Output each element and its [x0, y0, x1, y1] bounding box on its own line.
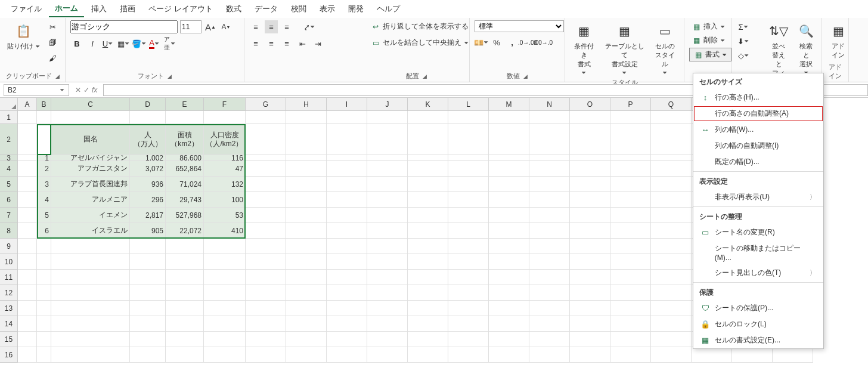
cell-P12[interactable] — [610, 285, 651, 301]
cell-F13[interactable] — [204, 301, 246, 316]
cell-M10[interactable] — [489, 254, 529, 270]
menu-tab-挿入[interactable]: 挿入 — [85, 1, 113, 17]
cell-O6[interactable] — [570, 192, 610, 208]
cell-D2[interactable]: 人 （万人） — [130, 124, 166, 155]
cell-A10[interactable] — [18, 254, 37, 270]
cell-B2[interactable] — [37, 124, 51, 155]
row-header-1[interactable]: 1 — [0, 111, 18, 124]
format-as-table-button[interactable]: ▦テーブルとして 書式設定 — [602, 20, 647, 77]
menu-tab-開発[interactable]: 開発 — [342, 1, 370, 17]
cell-G8[interactable] — [246, 223, 286, 239]
cell-I12[interactable] — [327, 285, 367, 301]
menu-rename-sheet[interactable]: ▭シート名の変更(R) — [693, 224, 823, 240]
cell-O12[interactable] — [570, 285, 610, 301]
fill-color-button[interactable]: 🪣 — [132, 37, 145, 50]
cut-icon[interactable]: ✂ — [46, 20, 60, 33]
cell-B10[interactable] — [37, 254, 51, 270]
cell-J13[interactable] — [367, 301, 408, 316]
cell-E8[interactable]: 22,072 — [166, 223, 204, 239]
cell-M14[interactable] — [489, 316, 529, 332]
cell-K7[interactable] — [408, 208, 448, 223]
select-all-corner[interactable] — [0, 98, 18, 111]
cell-K5[interactable] — [408, 177, 448, 192]
cell-P15[interactable] — [610, 332, 651, 347]
cell-A1[interactable] — [18, 111, 37, 124]
merge-center-button[interactable]: ▭セルを結合して中央揃え — [368, 36, 472, 49]
dialog-launcher-icon[interactable]: ◢ — [168, 73, 172, 79]
cell-H16[interactable] — [286, 347, 327, 363]
menu-default-width[interactable]: .既定の幅(D)... — [693, 154, 823, 170]
font-color-button[interactable]: A — [148, 37, 161, 50]
cell-D7[interactable]: 2,817 — [130, 208, 166, 223]
cell-M15[interactable] — [489, 332, 529, 347]
cell-A7[interactable] — [18, 208, 37, 223]
fill-icon[interactable]: ⬇ — [737, 35, 750, 48]
cell-C12[interactable] — [51, 285, 130, 301]
cell-J10[interactable] — [367, 254, 408, 270]
cell-E10[interactable] — [166, 254, 204, 270]
menu-tab-校閲[interactable]: 校閲 — [285, 1, 312, 17]
cell-F1[interactable] — [204, 111, 246, 124]
cell-L15[interactable] — [448, 332, 489, 347]
cell-O16[interactable] — [570, 347, 610, 363]
cell-O4[interactable] — [570, 161, 610, 177]
col-header-L[interactable]: L — [448, 98, 489, 111]
row-header-9[interactable]: 9 — [0, 239, 18, 254]
cell-E3[interactable]: 86,600 — [166, 155, 204, 161]
insert-cells-button[interactable]: ▦挿入 — [689, 20, 728, 33]
col-header-K[interactable]: K — [408, 98, 448, 111]
cell-E12[interactable] — [166, 285, 204, 301]
cell-H5[interactable] — [286, 177, 327, 192]
cell-C7[interactable]: イエメン — [51, 208, 130, 223]
cell-C3[interactable]: アゼルバイジャン — [51, 155, 130, 161]
row-header-3[interactable]: 3 — [0, 155, 18, 161]
cell-N14[interactable] — [529, 316, 570, 332]
cell-I1[interactable] — [327, 111, 367, 124]
cell-G13[interactable] — [246, 301, 286, 316]
row-header-12[interactable]: 12 — [0, 285, 18, 301]
cell-J14[interactable] — [367, 316, 408, 332]
cell-H6[interactable] — [286, 192, 327, 208]
cell-I15[interactable] — [327, 332, 367, 347]
cell-J2[interactable] — [367, 124, 408, 155]
cell-Q13[interactable] — [651, 301, 692, 316]
cell-Q9[interactable] — [651, 239, 692, 254]
cell-I5[interactable] — [327, 177, 367, 192]
menu-hide-unhide[interactable]: .非表示/再表示(U)〉 — [693, 189, 823, 205]
cell-A13[interactable] — [18, 301, 37, 316]
cell-J6[interactable] — [367, 192, 408, 208]
cell-N7[interactable] — [529, 208, 570, 223]
cell-styles-button[interactable]: ▭セルの スタイル — [651, 20, 679, 77]
cell-B4[interactable]: 2 — [37, 161, 51, 177]
cell-O8[interactable] — [570, 223, 610, 239]
row-header-16[interactable]: 16 — [0, 347, 18, 363]
align-left-icon[interactable]: ≡ — [249, 37, 262, 50]
cell-I16[interactable] — [327, 347, 367, 363]
cell-I13[interactable] — [327, 301, 367, 316]
cell-N2[interactable] — [529, 124, 570, 155]
cell-H15[interactable] — [286, 332, 327, 347]
format-cells-button[interactable]: ▦書式⏷ — [689, 48, 731, 61]
phonetic-button[interactable]: ア亜 — [163, 37, 176, 50]
row-header-6[interactable]: 6 — [0, 192, 18, 208]
cell-E9[interactable] — [166, 239, 204, 254]
col-header-F[interactable]: F — [204, 98, 246, 111]
clear-icon[interactable]: ◇ — [737, 49, 750, 62]
cell-L2[interactable] — [448, 124, 489, 155]
align-top-icon[interactable]: ≡ — [249, 20, 262, 33]
cell-E15[interactable] — [166, 332, 204, 347]
cell-H7[interactable] — [286, 208, 327, 223]
cell-H13[interactable] — [286, 301, 327, 316]
cell-F12[interactable] — [204, 285, 246, 301]
cell-A12[interactable] — [18, 285, 37, 301]
cell-O10[interactable] — [570, 254, 610, 270]
menu-column-width[interactable]: ↔列の幅(W)... — [693, 122, 823, 138]
cell-L1[interactable] — [448, 111, 489, 124]
cell-E7[interactable]: 527,968 — [166, 208, 204, 223]
cell-D14[interactable] — [130, 316, 166, 332]
cell-K16[interactable] — [408, 347, 448, 363]
cell-B16[interactable] — [37, 347, 51, 363]
menu-protect-sheet[interactable]: 🛡シートの保護(P)... — [693, 300, 823, 316]
cell-C13[interactable] — [51, 301, 130, 316]
cell-G5[interactable] — [246, 177, 286, 192]
